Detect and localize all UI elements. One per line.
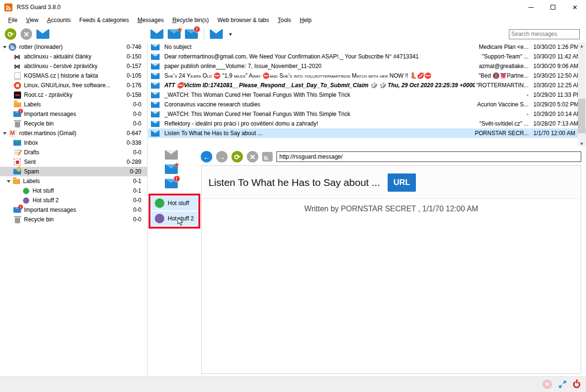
drafts-icon bbox=[13, 149, 21, 156]
label-button-hot-stuff-2[interactable]: Hot stuff 2 bbox=[151, 211, 198, 226]
feed-abclinuxu-zpravicky[interactable]: ⋈ abclinuxu - čerstvé zprávičky 0-157 bbox=[0, 61, 147, 71]
menu-tools[interactable]: Tools bbox=[274, 15, 296, 25]
message-row[interactable]: Coronavirus vaccine research studies Acu… bbox=[148, 100, 586, 109]
unread-mail-icon bbox=[150, 82, 164, 89]
feed-linux-reddit[interactable]: Linux, GNU/Linux, free software... 0-176 bbox=[0, 81, 147, 90]
feed-sent[interactable]: Sent 0-289 bbox=[0, 157, 147, 167]
chevron-down-icon[interactable] bbox=[7, 180, 11, 183]
trash-icon bbox=[13, 216, 21, 223]
chevron-down-icon[interactable] bbox=[3, 46, 7, 48]
menu-accounts[interactable]: Accounts bbox=[43, 15, 75, 25]
stop-update-icon[interactable]: ✕ bbox=[21, 28, 32, 40]
purple-label-icon bbox=[155, 214, 164, 223]
menu-web-browser-tabs[interactable]: Web browser & tabs bbox=[213, 15, 274, 25]
feed-inbox[interactable]: Inbox 0-338 bbox=[0, 138, 147, 148]
stop-icon[interactable]: ✕ bbox=[247, 151, 258, 162]
label-button-hot-stuff[interactable]: Hot stuff bbox=[151, 196, 198, 210]
feed-label: Recycle bin bbox=[24, 120, 54, 127]
feed-rootcz[interactable]: Root.cz - zprávičky 0-158 bbox=[0, 90, 147, 100]
feed-label: KOSMAS.cz | historie a fakta bbox=[24, 72, 98, 79]
feed-label: Drafts bbox=[24, 149, 39, 156]
back-icon[interactable]: ← bbox=[201, 151, 212, 162]
message-row[interactable]: Dear rottermartinos@gmail.com, We Need Y… bbox=[148, 52, 586, 61]
minimize-button[interactable] bbox=[520, 0, 542, 14]
message-sender: PORNSTAR SECR... bbox=[475, 130, 533, 137]
scroll-up-icon[interactable]: ▲ bbox=[578, 42, 586, 50]
green-label-icon bbox=[155, 198, 164, 208]
feed-count: 0-0 bbox=[133, 101, 141, 108]
forward-icon[interactable]: → bbox=[216, 151, 228, 162]
message-list: No subject Medicare Plan <e... 10/30/20 … bbox=[148, 42, 586, 146]
inbox-icon bbox=[13, 139, 21, 147]
feed-label: Sent bbox=[24, 159, 36, 165]
feed-important-inoreader[interactable]: ! Important messages 0-0 bbox=[0, 109, 147, 119]
close-tab-disabled-icon: ✕ bbox=[542, 380, 552, 389]
book-page-icon bbox=[13, 72, 21, 80]
feed-labels-gmail[interactable]: Labels 0-1 bbox=[0, 176, 147, 186]
message-list-scrollbar[interactable]: ▲ ▼ bbox=[578, 42, 586, 148]
menu-file[interactable]: File bbox=[4, 15, 22, 25]
feed-count: 0-338 bbox=[126, 139, 141, 146]
label-text: Hot stuff bbox=[168, 200, 189, 207]
url-address-input[interactable] bbox=[276, 151, 581, 162]
menu-help[interactable]: Help bbox=[296, 15, 316, 25]
message-row[interactable]: _WATCH: This Woman Cured Her Toenail Fun… bbox=[148, 109, 586, 119]
feed-label: Labels bbox=[23, 178, 40, 184]
message-row[interactable]: No subject Medicare Plan <e... 10/30/20 … bbox=[148, 42, 586, 52]
feed-label: Spam bbox=[24, 168, 39, 175]
feed-count: 0-150 bbox=[126, 53, 141, 60]
message-sender: - bbox=[475, 111, 533, 117]
menu-view[interactable]: View bbox=[22, 15, 43, 25]
feed-label-hot-stuff-2[interactable]: Hot stuff 2 0-0 bbox=[0, 196, 147, 205]
mark-important-icon[interactable]: ★ bbox=[168, 29, 181, 39]
preview-browser-toolbar: ← → ⟳ ✕ bbox=[201, 151, 581, 162]
message-row-selected[interactable]: Listen To What he Has to Say about ... P… bbox=[148, 128, 586, 138]
menu-recycle-bins[interactable]: Recycle bin(s) bbox=[168, 15, 213, 25]
feed-account-gmail[interactable]: M rotter.martinos (Gmail) 0-647 bbox=[0, 128, 147, 138]
feed-recyclebin-gmail[interactable]: Recycle bin 0-0 bbox=[0, 215, 147, 224]
mouse-cursor bbox=[177, 217, 184, 228]
feed-recyclebin-inoreader[interactable]: Recycle bin 0-0 bbox=[0, 119, 147, 128]
feed-spam[interactable]: ✋ Spam 0-20 bbox=[0, 167, 147, 176]
feed-labels-inoreader[interactable]: Labels 0-0 bbox=[0, 100, 147, 109]
menu-messages[interactable]: Messages bbox=[133, 15, 168, 25]
feed-drafts[interactable]: Drafts 0-0 bbox=[0, 148, 147, 157]
feed-label: Hot stuff bbox=[33, 187, 54, 194]
feed-account-inoreader[interactable]: rotter (Inoreader) 0-746 bbox=[0, 42, 147, 52]
message-row[interactable]: paper publish online___Volume: 7, Issue_… bbox=[148, 61, 586, 71]
mark-important-icon[interactable]: ★ bbox=[165, 164, 178, 174]
feed-count: 0-647 bbox=[126, 130, 141, 137]
mark-unread-important-icon[interactable]: ! bbox=[165, 179, 178, 188]
feed-label-hot-stuff[interactable]: Hot stuff 0-1 bbox=[0, 186, 147, 196]
scrollbar-thumb[interactable] bbox=[578, 99, 586, 133]
mark-read-icon[interactable] bbox=[165, 150, 178, 160]
title-bar: RSS Guard 3.8.0 ✕ bbox=[0, 0, 586, 14]
unread-mail-icon bbox=[150, 130, 164, 137]
feed-kosmas[interactable]: KOSMAS.cz | historie a fakta 0-105 bbox=[0, 71, 147, 81]
mail-menu-icon[interactable] bbox=[210, 29, 223, 39]
menu-feeds-categories[interactable]: Feeds & categories bbox=[75, 15, 133, 25]
update-feeds-icon[interactable]: ⟳ bbox=[5, 28, 16, 40]
message-row[interactable]: She's 24 Years Old ⛔ "1,9 miles" Away ⛔a… bbox=[148, 71, 586, 81]
url-button[interactable]: URL bbox=[388, 173, 416, 192]
reload-icon[interactable]: ⟳ bbox=[231, 151, 243, 162]
search-input[interactable] bbox=[509, 29, 580, 39]
message-row[interactable]: Reflektory - ideální pro práci i pro osv… bbox=[148, 119, 586, 128]
chevron-down-icon[interactable] bbox=[3, 132, 7, 135]
feed-abclinuxu-clanky[interactable]: ⋈ abclinuxu - aktuální články 0-150 bbox=[0, 52, 147, 61]
feed-count: 0-157 bbox=[126, 63, 141, 69]
mail-menu-dropdown-icon[interactable]: ▼ bbox=[228, 32, 233, 37]
mark-unread-important-icon[interactable]: ! bbox=[185, 29, 198, 39]
message-title: Listen To What he Has to Say about ... bbox=[208, 177, 380, 188]
message-sender: azmal@greatlake... bbox=[475, 63, 533, 69]
message-row[interactable]: _WATCH: This Woman Cured Her Toenail Fun… bbox=[148, 90, 586, 100]
fullscreen-expand-icon[interactable] bbox=[558, 380, 567, 389]
message-row[interactable]: ATT ⛔Victim ID:1741081__Please_Respond__… bbox=[148, 81, 586, 90]
mark-read-icon[interactable] bbox=[150, 29, 163, 39]
maximize-button[interactable] bbox=[542, 0, 564, 14]
unread-mail-icon bbox=[150, 63, 164, 69]
close-button[interactable]: ✕ bbox=[564, 0, 586, 14]
mail-read-icon[interactable] bbox=[36, 29, 49, 39]
power-quit-icon[interactable] bbox=[573, 381, 580, 388]
feed-important-gmail[interactable]: ! Important messages 0-0 bbox=[0, 205, 147, 215]
